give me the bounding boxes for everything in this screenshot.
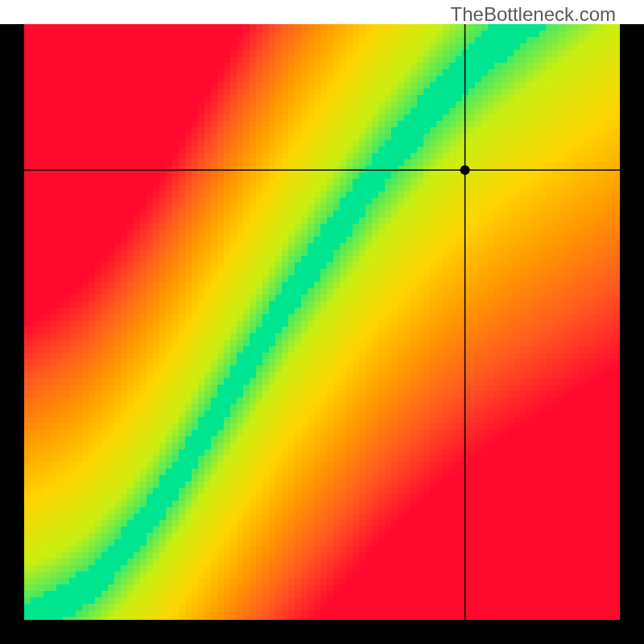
bottleneck-heatmap bbox=[0, 0, 644, 644]
chart-frame: TheBottleneck.com bbox=[0, 0, 644, 644]
watermark-text: TheBottleneck.com bbox=[451, 3, 616, 26]
